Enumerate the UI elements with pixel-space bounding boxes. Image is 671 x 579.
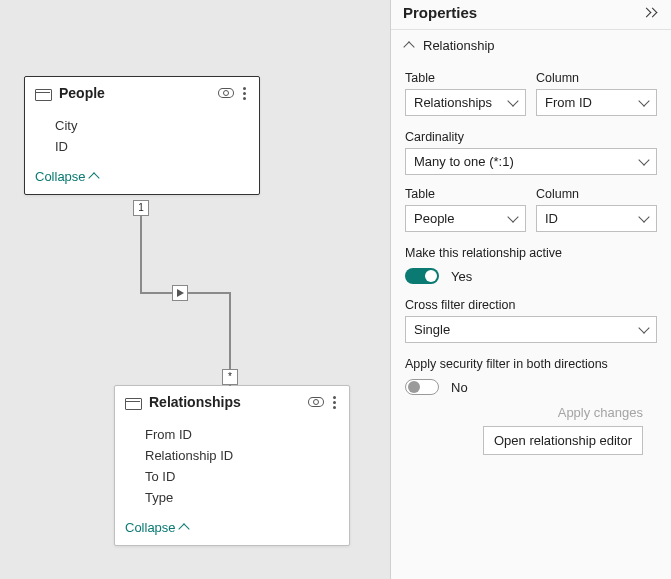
open-relationship-editor-button[interactable]: Open relationship editor: [483, 426, 643, 455]
field-item[interactable]: City: [55, 115, 251, 136]
select-column-to[interactable]: ID: [536, 205, 657, 232]
properties-panel: Properties Relationship Table Relationsh…: [390, 0, 671, 579]
field-list: City ID: [25, 109, 259, 163]
table-card-relationships[interactable]: Relationships From ID Relationship ID To…: [114, 385, 350, 546]
select-value: From ID: [545, 95, 592, 110]
select-value: Relationships: [414, 95, 492, 110]
select-value: Single: [414, 322, 450, 337]
chevron-down-icon: [638, 154, 649, 165]
field-item[interactable]: Relationship ID: [145, 445, 341, 466]
label-table: Table: [405, 71, 526, 85]
label-table: Table: [405, 187, 526, 201]
select-value: ID: [545, 211, 558, 226]
collapse-button[interactable]: Collapse: [115, 514, 349, 545]
label-cross-filter: Cross filter direction: [405, 298, 657, 312]
table-title: Relationships: [149, 394, 308, 410]
select-value: Many to one (*:1): [414, 154, 514, 169]
field-item[interactable]: To ID: [145, 466, 341, 487]
model-diagram-canvas[interactable]: People City ID Collapse Relationships: [0, 0, 390, 579]
more-options-icon[interactable]: [330, 396, 339, 409]
select-cardinality[interactable]: Many to one (*:1): [405, 148, 657, 175]
toggle-value-text: Yes: [451, 269, 472, 284]
select-column-from[interactable]: From ID: [536, 89, 657, 116]
toggle-value-text: No: [451, 380, 468, 395]
toggle-apply-security[interactable]: [405, 379, 439, 395]
table-icon: [35, 86, 51, 100]
chevron-down-icon: [638, 322, 649, 333]
table-icon: [125, 395, 141, 409]
field-list: From ID Relationship ID To ID Type: [115, 418, 349, 514]
chevron-down-icon: [507, 95, 518, 106]
field-item[interactable]: From ID: [145, 424, 341, 445]
collapse-label: Collapse: [35, 169, 86, 184]
cardinality-marker-one: 1: [133, 200, 149, 216]
apply-changes-link: Apply changes: [558, 405, 643, 420]
cardinality-marker-many: *: [222, 369, 238, 385]
toggle-make-active[interactable]: [405, 268, 439, 284]
collapse-panel-icon[interactable]: [643, 7, 659, 19]
chevron-up-icon: [88, 172, 99, 183]
chevron-up-icon: [403, 41, 414, 52]
chevron-down-icon: [638, 95, 649, 106]
field-item[interactable]: ID: [55, 136, 251, 157]
collapse-label: Collapse: [125, 520, 176, 535]
label-cardinality: Cardinality: [405, 130, 657, 144]
select-table-from[interactable]: Relationships: [405, 89, 526, 116]
chevron-down-icon: [507, 211, 518, 222]
table-card-people[interactable]: People City ID Collapse: [24, 76, 260, 195]
label-make-active: Make this relationship active: [405, 246, 657, 260]
section-title: Relationship: [423, 38, 495, 53]
visibility-icon[interactable]: [308, 397, 324, 407]
filter-direction-icon: [172, 285, 188, 301]
chevron-down-icon: [638, 211, 649, 222]
collapse-button[interactable]: Collapse: [25, 163, 259, 194]
field-item[interactable]: Type: [145, 487, 341, 508]
select-value: People: [414, 211, 454, 226]
select-cross-filter[interactable]: Single: [405, 316, 657, 343]
visibility-icon[interactable]: [218, 88, 234, 98]
label-column: Column: [536, 71, 657, 85]
label-apply-security: Apply security filter in both directions: [405, 357, 657, 371]
table-title: People: [59, 85, 218, 101]
section-header-relationship[interactable]: Relationship: [391, 29, 671, 61]
more-options-icon[interactable]: [240, 87, 249, 100]
chevron-up-icon: [178, 523, 189, 534]
panel-title: Properties: [403, 4, 643, 21]
label-column: Column: [536, 187, 657, 201]
select-table-to[interactable]: People: [405, 205, 526, 232]
